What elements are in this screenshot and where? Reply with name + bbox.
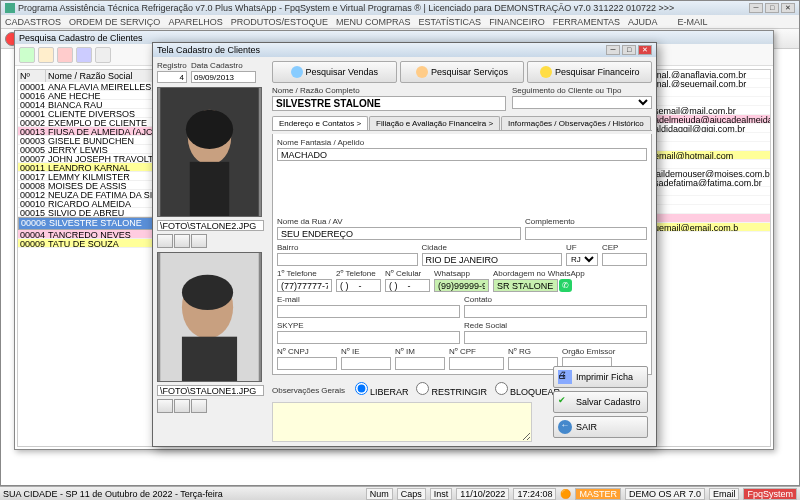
- photo-clear-icon[interactable]: [191, 399, 207, 413]
- seguimento-select[interactable]: [512, 96, 652, 109]
- table-row[interactable]: 00004TANCREDO NEVES: [18, 230, 156, 239]
- email-row[interactable]: aldidaggjl@gigi.com.br: [652, 124, 770, 133]
- ie-input[interactable]: [341, 357, 391, 370]
- close-button[interactable]: ✕: [638, 45, 652, 55]
- table-row[interactable]: 00016ANE HECHE: [18, 91, 156, 100]
- menu-aparelhos[interactable]: APARELHOS: [168, 17, 222, 27]
- table-row[interactable]: 00011LEANDRO KARNAL: [18, 163, 156, 172]
- sair-button[interactable]: ←SAIR: [553, 416, 648, 438]
- table-row[interactable]: 00009TATU DE SOUZA: [18, 239, 156, 248]
- tel1-input[interactable]: [277, 279, 332, 292]
- menu-compras[interactable]: MENU COMPRAS: [336, 17, 411, 27]
- email-row[interactable]: sadefatima@fatima.com.br: [652, 178, 770, 187]
- bairro-input[interactable]: [277, 253, 418, 266]
- email-row[interactable]: [652, 88, 770, 97]
- table-row[interactable]: 00017LEMMY KILMISTER: [18, 172, 156, 181]
- table-row[interactable]: 00003GISELE BUNDCHEN: [18, 136, 156, 145]
- clients-grid[interactable]: Nº Nome / Razão Social 00001ANA FLAVIA M…: [17, 69, 157, 447]
- menu-os[interactable]: ORDEM DE SERVIÇO: [69, 17, 160, 27]
- obs-textarea[interactable]: [272, 402, 532, 442]
- status-fpq[interactable]: FpqSystem: [743, 488, 797, 500]
- status-email[interactable]: Email: [709, 488, 740, 500]
- photo-clear-icon[interactable]: [191, 234, 207, 248]
- cidade-input[interactable]: [422, 253, 563, 266]
- table-row[interactable]: 00015SILVIO DE ABREU: [18, 208, 156, 217]
- uf-select[interactable]: RJ: [566, 253, 598, 266]
- rua-input[interactable]: [277, 227, 521, 240]
- email-row[interactable]: [652, 196, 770, 205]
- email-row[interactable]: [652, 205, 770, 214]
- table-row[interactable]: 00014BIANCA RAU: [18, 100, 156, 109]
- table-row[interactable]: 00002EXEMPLO DE CLIENTE: [18, 118, 156, 127]
- im-input[interactable]: [395, 357, 445, 370]
- menu-ajuda[interactable]: AJUDA: [628, 17, 658, 27]
- photo-search-icon[interactable]: [174, 399, 190, 413]
- email-row[interactable]: [652, 133, 770, 142]
- close-button[interactable]: ✕: [781, 3, 795, 13]
- tab-endereco[interactable]: Endereço e Contatos >: [272, 116, 368, 130]
- email-row[interactable]: uemail@email.com.b: [652, 223, 770, 232]
- rg-input[interactable]: [508, 357, 558, 370]
- skype-input[interactable]: [277, 331, 460, 344]
- emails-column[interactable]: mal.@anaflavia.com.brmal.@seuemail.com.b…: [651, 69, 771, 447]
- email-row[interactable]: [652, 214, 770, 223]
- whatsapp-input[interactable]: [434, 279, 489, 292]
- table-row[interactable]: 00005JERRY LEWIS: [18, 145, 156, 154]
- email-row[interactable]: laildemouser@moises.com.br: [652, 169, 770, 178]
- table-row[interactable]: 00013FIUSA DE ALMEIDA (AJCA): [18, 127, 156, 136]
- salvar-button[interactable]: ✔Salvar Cadastro: [553, 391, 648, 413]
- table-row[interactable]: 00001ANA FLAVIA MEIRELLES: [18, 82, 156, 91]
- delete-icon[interactable]: [57, 47, 73, 63]
- tab-filiacao[interactable]: Filiação e Avaliação Financeira >: [369, 116, 500, 130]
- photo-browse-icon[interactable]: [157, 234, 173, 248]
- fantasia-input[interactable]: [277, 148, 647, 161]
- radio-liberar[interactable]: LIBERAR: [355, 382, 409, 397]
- pesquisar-financeiro-button[interactable]: Pesquisar Financeiro: [527, 61, 652, 83]
- cpf-input[interactable]: [449, 357, 504, 370]
- email-input[interactable]: [277, 305, 460, 318]
- email-row[interactable]: adelmeiuda@ajucadealmeida.com.br: [652, 115, 770, 124]
- photo-browse-icon[interactable]: [157, 399, 173, 413]
- tool-icon[interactable]: [95, 47, 111, 63]
- table-row[interactable]: 00008MOISES DE ASSIS: [18, 181, 156, 190]
- add-icon[interactable]: [19, 47, 35, 63]
- email-row[interactable]: [652, 160, 770, 169]
- nome-input[interactable]: [272, 96, 506, 111]
- menu-cadastros[interactable]: CADASTROS: [5, 17, 61, 27]
- menu-estatisticas[interactable]: ESTATÍSTICAS: [418, 17, 481, 27]
- tel2-input[interactable]: [336, 279, 381, 292]
- email-row[interactable]: mal.@seuemail.com.br: [652, 79, 770, 88]
- tab-info[interactable]: Informações / Observações / Histórico: [501, 116, 651, 130]
- photo-search-icon[interactable]: [174, 234, 190, 248]
- email-row[interactable]: semail@mail.com.br: [652, 106, 770, 115]
- edit-icon[interactable]: [38, 47, 54, 63]
- whatsapp-icon[interactable]: ✆: [559, 279, 572, 292]
- table-row[interactable]: 00012NEUZA DE FATIMA DA SIL: [18, 190, 156, 199]
- pesquisar-servicos-button[interactable]: Pesquisar Serviços: [400, 61, 525, 83]
- maximize-button[interactable]: □: [622, 45, 636, 55]
- cep-input[interactable]: [602, 253, 647, 266]
- cel-input[interactable]: [385, 279, 430, 292]
- cnpj-input[interactable]: [277, 357, 337, 370]
- imprimir-button[interactable]: 🖨Imprimir Ficha: [553, 366, 648, 388]
- data-cadastro-input[interactable]: [191, 71, 256, 83]
- menu-ferramentas[interactable]: FERRAMENTAS: [553, 17, 620, 27]
- rede-input[interactable]: [464, 331, 647, 344]
- menu-email[interactable]: E-MAIL: [678, 17, 708, 27]
- email-row[interactable]: [652, 142, 770, 151]
- pesquisar-vendas-button[interactable]: Pesquisar Vendas: [272, 61, 397, 83]
- radio-restringir[interactable]: RESTRINGIR: [416, 382, 487, 397]
- menu-produtos[interactable]: PRODUTOS/ESTOQUE: [231, 17, 328, 27]
- tool-icon[interactable]: [76, 47, 92, 63]
- table-row[interactable]: 00001CLIENTE DIVERSOS: [18, 109, 156, 118]
- registro-input[interactable]: [157, 71, 187, 83]
- maximize-button[interactable]: □: [765, 3, 779, 13]
- table-row[interactable]: 00006SILVESTRE STALONE: [18, 217, 156, 230]
- table-row[interactable]: 00007JOHN JOSEPH TRAVOLTA: [18, 154, 156, 163]
- contato-input[interactable]: [464, 305, 647, 318]
- complemento-input[interactable]: [525, 227, 647, 240]
- email-row[interactable]: [652, 97, 770, 106]
- menu-financeiro[interactable]: FINANCEIRO: [489, 17, 545, 27]
- email-row[interactable]: email@hotmail.com: [652, 151, 770, 160]
- minimize-button[interactable]: ─: [749, 3, 763, 13]
